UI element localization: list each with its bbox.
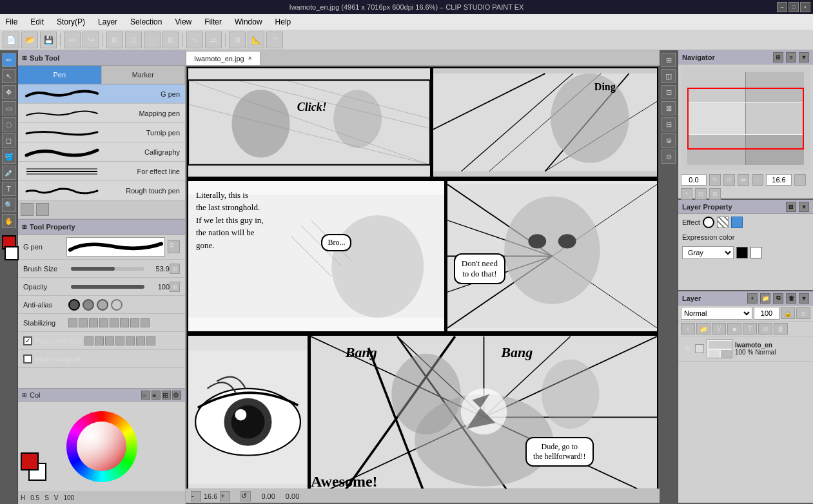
effect-option-normal[interactable]: [703, 217, 714, 228]
pc-btn-0[interactable]: [84, 336, 93, 345]
aa-option-medium[interactable]: [97, 299, 108, 311]
opacity-slider[interactable]: [71, 285, 144, 289]
layer-item-iwamoto[interactable]: 👁 Iwamoto_en 100 % Normal: [678, 336, 813, 362]
transform-button[interactable]: ⊞: [106, 32, 123, 48]
aa-option-strong[interactable]: [111, 299, 122, 311]
save-button[interactable]: 💾: [40, 32, 57, 48]
brush-item-rough-touch[interactable]: Rough touch pen: [18, 181, 185, 200]
nav-reset[interactable]: ⊞: [709, 188, 721, 200]
pc-btn-5[interactable]: [136, 336, 145, 345]
text-tool-button[interactable]: T: [2, 182, 16, 196]
vector-magnet-checkbox[interactable]: [23, 354, 32, 363]
color-wheel[interactable]: [66, 411, 137, 482]
pc-btn-6[interactable]: [146, 336, 155, 345]
layer-visibility-icon[interactable]: 👁: [682, 344, 692, 354]
layer-trash-btn[interactable]: 🗑: [774, 323, 788, 334]
rotate-button[interactable]: ↺: [240, 491, 251, 501]
menu-window[interactable]: Window: [232, 16, 265, 28]
menu-layer[interactable]: Layer: [95, 16, 120, 28]
undo-button[interactable]: ↩: [64, 32, 81, 48]
brush-item-effect-line[interactable]: For effect line: [18, 162, 185, 181]
menu-filter[interactable]: Filter: [202, 16, 224, 28]
layer-icon-folder[interactable]: 📁: [760, 293, 770, 304]
effect-option-texture[interactable]: [717, 217, 729, 228]
layer-new-btn[interactable]: +: [681, 323, 695, 334]
marquee-tool-button[interactable]: ▭: [2, 101, 16, 115]
tool-icon-remove[interactable]: [36, 203, 49, 216]
aa-option-none[interactable]: [68, 299, 80, 311]
stab-btn-1[interactable]: [79, 318, 88, 327]
expression-color-select[interactable]: Gray Color Monochrome: [682, 246, 734, 259]
nav-rotate-ccw[interactable]: ↺: [723, 174, 735, 186]
color-icon-swatches[interactable]: ⊞: [162, 391, 171, 400]
fill-tool-button[interactable]: 🪣: [2, 150, 16, 164]
menu-help[interactable]: Help: [273, 16, 294, 28]
brush-size-slider[interactable]: [71, 267, 144, 271]
pc-btn-3[interactable]: [115, 336, 124, 345]
help-button[interactable]: ?: [266, 32, 283, 48]
zoom-out-button[interactable]: -: [191, 491, 201, 501]
lp-icon-2[interactable]: ▼: [799, 202, 809, 212]
nav-angle-input[interactable]: [681, 174, 707, 186]
canvas-tab-iwamoto[interactable]: Iwamoto_en.jpg ×: [186, 51, 260, 65]
nav-zoom-in[interactable]: +: [681, 188, 692, 200]
layer-icon-delete[interactable]: 🗑: [786, 293, 796, 304]
zoom-in-button[interactable]: +: [220, 491, 230, 501]
eraser-tool-button[interactable]: ◻: [2, 133, 16, 148]
eyedropper-button[interactable]: 💉: [2, 166, 16, 180]
menu-edit[interactable]: Edit: [28, 16, 46, 28]
menu-selection[interactable]: Selection: [128, 16, 164, 28]
pen-tool-button[interactable]: ✏: [2, 53, 16, 67]
brush-item-g-pen[interactable]: G pen: [18, 84, 185, 104]
pc-btn-2[interactable]: [105, 336, 114, 345]
menu-story[interactable]: Story(P): [54, 16, 88, 28]
aa-option-weak[interactable]: [83, 299, 94, 311]
layer-icon-settings[interactable]: ▼: [799, 293, 809, 304]
open-button[interactable]: 📂: [21, 32, 38, 48]
new-button[interactable]: 📄: [3, 32, 19, 48]
layer-icon-new[interactable]: +: [747, 293, 758, 304]
marker-tab[interactable]: Marker: [102, 66, 186, 84]
brush-settings-button[interactable]: ⚙: [168, 240, 180, 253]
color-icon-wheel[interactable]: ○: [141, 391, 150, 400]
pen-tab[interactable]: Pen: [18, 66, 102, 84]
nav-fit[interactable]: ⊡: [695, 188, 707, 200]
stab-btn-5[interactable]: [120, 318, 129, 327]
brush-item-calligraphy[interactable]: Calligraphy: [18, 142, 185, 162]
layer-mode-select[interactable]: Normal Multiply Screen Overlay: [681, 307, 752, 320]
expr-color-white[interactable]: [750, 247, 762, 258]
flip-button[interactable]: ⇄: [205, 32, 222, 48]
right-tool-3[interactable]: ⊡: [661, 85, 676, 99]
move-tool-button[interactable]: ✥: [2, 85, 16, 99]
shrink-button[interactable]: ⊠: [162, 32, 179, 48]
tab-close-icon[interactable]: ×: [248, 55, 252, 62]
redo-button[interactable]: ↪: [83, 32, 99, 48]
marquee-button[interactable]: ⊡: [125, 32, 142, 48]
stab-btn-4[interactable]: [110, 318, 119, 327]
scale-button[interactable]: ⤡: [186, 32, 203, 48]
stab-btn-7[interactable]: [141, 318, 150, 327]
stab-btn-3[interactable]: [99, 318, 108, 327]
layer-fill-btn[interactable]: ■: [727, 323, 741, 334]
right-tool-6[interactable]: ⊜: [661, 133, 676, 148]
color-icon-sliders[interactable]: ≡: [152, 391, 161, 400]
minimize-button[interactable]: –: [777, 2, 787, 12]
lasso-tool-button[interactable]: ◌: [2, 117, 16, 131]
layer-text-btn[interactable]: T: [743, 323, 757, 334]
brush-item-turnip-pen[interactable]: Turnip pen: [18, 123, 185, 142]
right-tool-2[interactable]: ◫: [661, 69, 676, 83]
navigator-icon-2[interactable]: ≡: [786, 52, 796, 63]
nav-flip-v[interactable]: ↕: [752, 174, 763, 186]
pc-btn-1[interactable]: [95, 336, 104, 345]
menu-file[interactable]: File: [3, 16, 20, 28]
close-button[interactable]: ×: [800, 2, 810, 12]
nav-rotate-cw[interactable]: ↻: [709, 174, 721, 186]
tool-icon-add[interactable]: [21, 203, 34, 216]
stab-btn-2[interactable]: [89, 318, 98, 327]
right-tool-1[interactable]: ⊞: [661, 53, 676, 67]
select-tool-button[interactable]: ↖: [2, 69, 16, 83]
ruler-button[interactable]: 📐: [248, 32, 264, 48]
right-tool-4[interactable]: ⊠: [661, 101, 676, 115]
pc-btn-4[interactable]: [126, 336, 135, 345]
layer-lock-btn[interactable]: 🔒: [781, 307, 795, 319]
